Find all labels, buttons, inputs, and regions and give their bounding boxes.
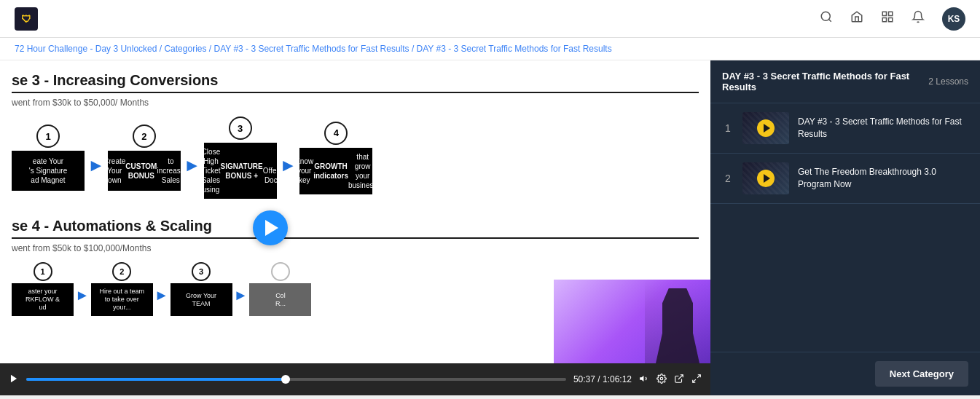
- lesson-item-1[interactable]: 1 DAY #3 - 3 Secret Traffic Methods for …: [710, 103, 980, 154]
- sidebar-footer: Next Category: [710, 352, 980, 395]
- arrow-2: ►: [184, 155, 201, 175]
- arrow-4-3: ►: [234, 287, 248, 304]
- step-3: 3 Close High TicketSales usingSIGNATUREB…: [204, 116, 277, 199]
- sidebar-header: DAY #3 - 3 Secret Traffic Methods for Fa…: [710, 60, 980, 103]
- svg-point-0: [821, 12, 830, 20]
- breadcrumb: 72 Hour Challenge - Day 3 Unlocked / Cat…: [0, 38, 980, 60]
- search-icon[interactable]: [820, 10, 833, 27]
- nav-icons: KS: [820, 7, 965, 31]
- lessons-list: 1 DAY #3 - 3 Secret Traffic Methods for …: [710, 103, 980, 352]
- step-2-number: 2: [133, 125, 156, 148]
- video-area: se 3 - Increasing Conversions went from …: [0, 60, 710, 395]
- step-2-content: Create Yourown CUSTOMBONUS toincrease Sa…: [108, 151, 181, 191]
- fullscreen-icon[interactable]: [691, 374, 702, 386]
- lesson-thumb-2: [742, 162, 789, 194]
- svg-marker-5: [11, 374, 17, 382]
- step-4-1: 1 aster yourRKFLOW &ud: [12, 262, 74, 316]
- main-content: se 3 - Increasing Conversions went from …: [0, 60, 980, 395]
- svg-rect-2: [889, 12, 893, 15]
- step-4-3-content: Grow YourTEAM: [170, 283, 232, 316]
- progress-bar[interactable]: [26, 378, 566, 381]
- bell-icon[interactable]: [912, 10, 925, 27]
- step-4-1-content: aster yourRKFLOW &ud: [12, 283, 74, 316]
- step-4-content: Know your keyGROWTHindicators thatgrow y…: [299, 148, 372, 194]
- settings-icon[interactable]: [656, 374, 667, 386]
- lesson-item-2[interactable]: 2 Get The Freedom Breakthrough 3.0 Progr…: [710, 154, 980, 204]
- svg-rect-3: [882, 18, 886, 22]
- play-button[interactable]: [253, 210, 288, 245]
- avatar[interactable]: KS: [942, 7, 965, 31]
- lesson-number-2: 2: [722, 173, 734, 184]
- svg-rect-4: [889, 18, 893, 22]
- section-3-title: se 3 - Increasing Conversions: [12, 72, 699, 93]
- section-4-title: se 4 - Automations & Scaling: [12, 218, 699, 239]
- time-display: 50:37 / 1:06:12: [573, 374, 632, 384]
- section-3-subtitle: went from $30k to $50,000/ Months: [12, 98, 699, 108]
- step-1-content: eate Your's Signaturead Magnet: [12, 151, 85, 191]
- lesson-title-1: DAY #3 - 3 Secret Traffic Methods for Fa…: [798, 116, 968, 141]
- lesson-play-icon-2: [757, 170, 775, 187]
- step-4-1-num: 1: [34, 262, 52, 281]
- section-4-subtitle: went from $50k to $100,000/Months: [12, 243, 699, 253]
- progress-fill: [26, 378, 286, 381]
- step-3-content: Close High TicketSales usingSIGNATUREBON…: [204, 143, 277, 199]
- steps-flow-3: 1 eate Your's Signaturead Magnet ► 2 Cre…: [12, 116, 699, 199]
- section-3: se 3 - Increasing Conversions went from …: [0, 60, 710, 210]
- lessons-count: 2 Lessons: [928, 76, 968, 87]
- person-thumbnail: [554, 280, 710, 363]
- step-4-4-content: ColR...: [249, 283, 311, 316]
- home-icon[interactable]: [850, 10, 863, 27]
- next-category-button[interactable]: Next Category: [875, 361, 968, 387]
- step-4: 4 Know your keyGROWTHindicators thatgrow…: [299, 122, 372, 194]
- step-4-4-partial: ColR...: [249, 262, 311, 316]
- step-1: 1 eate Your's Signaturead Magnet: [12, 125, 85, 191]
- video-controls: 50:37 / 1:06:12: [0, 363, 710, 395]
- volume-icon[interactable]: [639, 374, 649, 386]
- step-4-2-content: Hire out a teamto take overyour...: [91, 283, 153, 316]
- play-pause-button[interactable]: [9, 374, 19, 386]
- arrow-1: ►: [87, 155, 105, 175]
- svg-point-6: [660, 377, 663, 380]
- lesson-info-1: DAY #3 - 3 Secret Traffic Methods for Fa…: [798, 116, 968, 141]
- lesson-play-icon-1: [757, 119, 775, 137]
- svg-line-9: [693, 379, 696, 382]
- svg-line-7: [678, 374, 683, 379]
- arrow-3: ►: [280, 155, 297, 175]
- step-4-2: 2 Hire out a teamto take overyour...: [91, 262, 153, 316]
- lesson-thumb-1: [742, 112, 789, 144]
- right-sidebar: DAY #3 - 3 Secret Traffic Methods for Fa…: [710, 60, 980, 395]
- top-nav: 🛡 KS: [0, 0, 980, 38]
- sidebar-title: DAY #3 - 3 Secret Traffic Methods for Fa…: [722, 71, 920, 92]
- grid-icon[interactable]: [881, 10, 894, 27]
- popout-icon[interactable]: [674, 374, 684, 386]
- arrow-4-2: ►: [154, 287, 169, 304]
- step-4-3-num: 3: [192, 262, 211, 281]
- lesson-info-2: Get The Freedom Breakthrough 3.0 Program…: [798, 166, 968, 191]
- course-content: se 3 - Increasing Conversions went from …: [0, 60, 710, 395]
- step-1-number: 1: [36, 125, 60, 148]
- step-4-3: 3 Grow YourTEAM: [170, 262, 232, 316]
- step-3-number: 3: [229, 116, 252, 140]
- step-4-4-num: [271, 262, 290, 281]
- play-overlay: [253, 210, 288, 245]
- step-4-number: 4: [324, 122, 348, 145]
- progress-thumb[interactable]: [281, 375, 290, 384]
- lesson-number-1: 1: [722, 122, 734, 134]
- arrow-4-1: ►: [75, 287, 90, 304]
- lesson-title-2: Get The Freedom Breakthrough 3.0 Program…: [798, 166, 968, 191]
- step-4-2-num: 2: [112, 262, 131, 281]
- logo[interactable]: 🛡: [15, 7, 38, 31]
- svg-rect-1: [882, 12, 886, 15]
- svg-line-8: [697, 374, 700, 377]
- step-2: 2 Create Yourown CUSTOMBONUS toincrease …: [108, 125, 181, 191]
